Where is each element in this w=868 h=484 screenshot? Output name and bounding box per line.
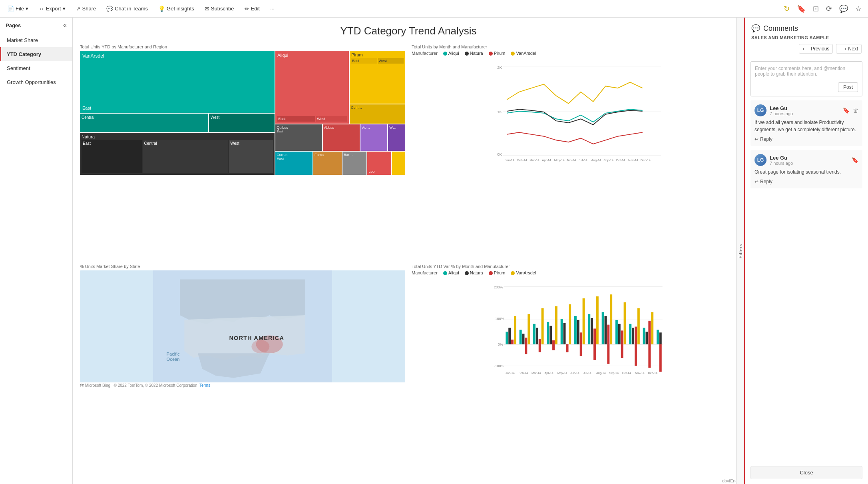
svg-rect-35 <box>514 316 516 344</box>
post-button[interactable]: Post <box>838 82 858 92</box>
legend-natura: Natura <box>465 51 483 56</box>
svg-rect-87 <box>648 344 651 368</box>
refresh-button[interactable]: ↻ <box>782 3 791 15</box>
bookmark-button[interactable]: 🔖 <box>795 3 807 15</box>
next-button[interactable]: ⟶ Next <box>836 44 862 54</box>
previous-button[interactable]: ⟵ Previous <box>799 44 833 54</box>
svg-rect-44 <box>547 322 549 344</box>
comment-user-row-1: LG Lee Gu 7 hours ago 🔖 🗑 <box>755 104 858 116</box>
comment-reply-2[interactable]: ↩ Reply <box>755 179 858 184</box>
svg-rect-81 <box>566 344 568 352</box>
more-label: ··· <box>270 6 275 12</box>
reload-button[interactable]: ⟳ <box>824 3 834 15</box>
svg-rect-52 <box>574 316 577 344</box>
svg-rect-68 <box>629 324 631 344</box>
svg-rect-32 <box>506 332 508 344</box>
insights-icon: 💡 <box>158 6 165 12</box>
svg-rect-75 <box>651 312 653 344</box>
svg-text:Dec-14: Dec-14 <box>648 371 657 375</box>
chat-in-teams-button[interactable]: 💬 Chat in Teams <box>104 4 150 14</box>
filters-tab[interactable]: Filters <box>736 18 744 484</box>
bar-manufacturer-label: Manufacturer <box>412 270 438 275</box>
share-button[interactable]: ↗ Share <box>74 4 99 14</box>
export-icon: ↔ <box>39 6 44 12</box>
treemap[interactable]: VanArsdel East Central West Natura East … <box>80 51 405 175</box>
tm-yellow-sm <box>392 152 405 175</box>
sidebar-collapse-button[interactable]: « <box>63 22 67 29</box>
tm-currus: CurrusEast <box>275 152 313 175</box>
comments-body: Enter your comments here, and @mention p… <box>745 57 868 461</box>
comment-meta-1: Lee Gu 7 hours ago <box>770 105 840 116</box>
svg-text:Jun-14: Jun-14 <box>570 371 579 375</box>
svg-text:Dec-14: Dec-14 <box>641 158 651 162</box>
svg-rect-61 <box>605 316 607 344</box>
topbar: 📄 File ▾ ↔ Export ▾ ↗ Share 💬 Chat in Te… <box>0 0 868 18</box>
svg-rect-62 <box>607 325 609 344</box>
subscribe-button[interactable]: ✉ Subscribe <box>202 4 237 14</box>
file-chevron-icon: ▾ <box>26 6 28 12</box>
sidebar-item-sentiment[interactable]: Sentiment <box>0 61 72 75</box>
svg-text:Nov-14: Nov-14 <box>635 371 645 375</box>
comment-username-1: Lee Gu <box>770 105 840 111</box>
tm-vanarsdel-west: West <box>209 114 275 132</box>
close-button[interactable]: Close <box>751 466 862 479</box>
legend-aliqui: Aliqui <box>443 51 459 56</box>
svg-text:Oct-14: Oct-14 <box>616 158 625 162</box>
svg-text:Sep-14: Sep-14 <box>609 371 619 375</box>
next-label: Next <box>848 46 858 52</box>
sidebar-item-label: YTD Category <box>7 51 41 57</box>
map-terms-link[interactable]: Terms <box>199 383 210 388</box>
comment-card-2: LG Lee Gu 7 hours ago 🔖 Great page for i… <box>751 150 862 188</box>
svg-rect-74 <box>648 321 651 344</box>
svg-rect-53 <box>577 320 579 344</box>
tm-pirum-block: Pirum East West <box>350 51 405 104</box>
map-copyright: © 2022 TomTom, © 2022 Microsoft Corporat… <box>113 383 197 388</box>
file-icon: 📄 <box>7 6 14 12</box>
svg-rect-85 <box>621 344 623 358</box>
svg-text:Jan-14: Jan-14 <box>506 371 514 375</box>
svg-rect-58 <box>593 329 596 344</box>
previous-icon: ⟵ <box>802 46 809 52</box>
sidebar-title: Pages <box>6 22 21 28</box>
svg-text:Jul-14: Jul-14 <box>583 371 591 375</box>
comment-time-1: 7 hours ago <box>770 111 840 116</box>
tm-cent-block: Cent… <box>350 104 405 123</box>
star-button[interactable]: ☆ <box>854 3 863 15</box>
reply-label-2: Reply <box>760 179 772 184</box>
svg-text:1K: 1K <box>497 110 502 114</box>
comment-reply-1[interactable]: ↩ Reply <box>755 136 858 142</box>
view-button[interactable]: ⊡ <box>811 3 820 15</box>
sidebar-item-growth-opportunities[interactable]: Growth Opportunities <box>0 75 72 89</box>
comment-bookmark-2[interactable]: 🔖 <box>852 157 858 163</box>
more-button[interactable]: ··· <box>268 4 277 13</box>
svg-rect-83 <box>593 344 596 360</box>
comments-nav: ⟵ Previous ⟶ Next <box>751 44 862 54</box>
svg-rect-38 <box>525 338 527 344</box>
comment-delete-1[interactable]: 🗑 <box>853 107 858 114</box>
tm-natura-central: Central <box>143 140 228 174</box>
comment-avatar-2: LG <box>755 154 766 166</box>
svg-rect-82 <box>580 344 582 356</box>
map-visual[interactable]: NORTH AMERICA Pacific Ocean <box>80 270 405 382</box>
comment-bookmark-1[interactable]: 🔖 <box>843 107 850 114</box>
share-label: Share <box>82 6 96 12</box>
comment-input[interactable]: Enter your comments here, and @mention p… <box>751 61 862 96</box>
svg-rect-40 <box>533 324 536 344</box>
export-button[interactable]: ↔ Export ▾ <box>36 4 68 14</box>
svg-rect-45 <box>549 326 552 344</box>
bar-chart-svg: 200% 100% 0% -100% <box>412 277 737 379</box>
sidebar-item-market-share[interactable]: Market Share <box>0 33 72 47</box>
svg-text:Jan-14: Jan-14 <box>505 158 514 162</box>
edit-button[interactable]: ✏ Edit <box>242 4 262 14</box>
tm-leo: Leo <box>367 152 391 175</box>
svg-rect-56 <box>588 314 590 344</box>
comment-placeholder: Enter your comments here, and @mention p… <box>755 66 845 77</box>
svg-rect-77 <box>659 332 662 344</box>
svg-rect-49 <box>563 323 566 344</box>
svg-text:-100%: -100% <box>494 364 504 368</box>
get-insights-button[interactable]: 💡 Get insights <box>156 4 197 14</box>
file-button[interactable]: 📄 File ▾ <box>5 4 31 14</box>
sidebar-item-ytd-category[interactable]: YTD Category <box>0 47 72 61</box>
svg-text:May-14: May-14 <box>554 158 565 162</box>
comment-button[interactable]: 💬 <box>838 3 850 15</box>
